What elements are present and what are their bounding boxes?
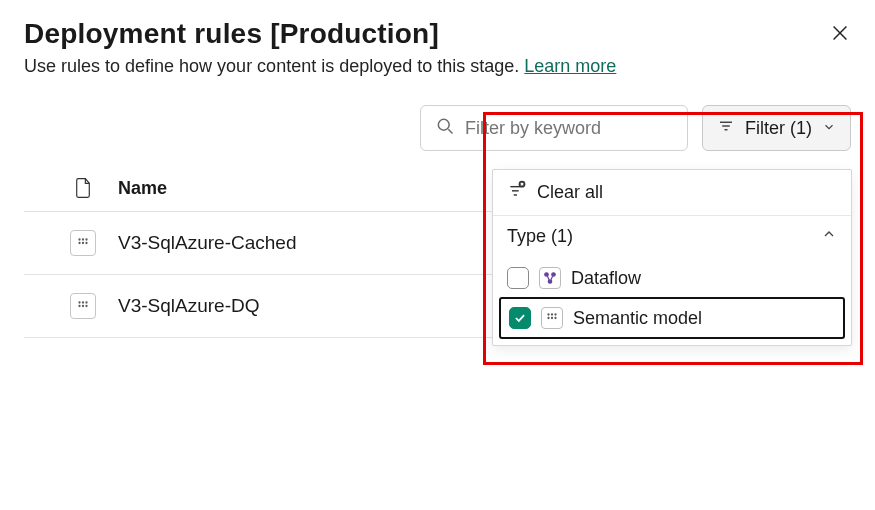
svg-point-31: [551, 313, 553, 315]
semantic-model-icon: [70, 230, 96, 256]
svg-point-11: [82, 242, 84, 244]
semantic-model-icon: [541, 307, 563, 329]
dataflow-icon: [539, 267, 561, 289]
semantic-model-icon: [70, 293, 96, 319]
svg-point-35: [554, 317, 556, 319]
svg-point-16: [78, 305, 80, 307]
search-input[interactable]: [463, 117, 673, 140]
svg-point-9: [85, 238, 87, 240]
svg-point-8: [82, 238, 84, 240]
svg-point-10: [78, 242, 80, 244]
svg-point-32: [554, 313, 556, 315]
svg-line-3: [448, 129, 452, 133]
learn-more-link[interactable]: Learn more: [524, 56, 616, 76]
filter-button-label: Filter (1): [745, 118, 812, 139]
checkbox-checked[interactable]: [509, 307, 531, 329]
filter-option-semantic-model[interactable]: Semantic model: [499, 297, 845, 339]
chevron-up-icon: [821, 226, 837, 247]
filter-option-dataflow[interactable]: Dataflow: [499, 259, 845, 297]
svg-line-28: [547, 276, 549, 280]
filter-button[interactable]: Filter (1): [702, 105, 851, 151]
svg-point-2: [438, 119, 449, 130]
svg-point-18: [85, 305, 87, 307]
filter-icon: [717, 117, 735, 140]
clear-filter-icon: [507, 180, 527, 205]
svg-point-14: [82, 301, 84, 303]
chevron-down-icon: [822, 118, 836, 139]
toolbar: Filter (1): [24, 105, 851, 151]
svg-point-27: [548, 280, 552, 284]
type-options: Dataflow Semantic model: [493, 257, 851, 345]
svg-point-13: [78, 301, 80, 303]
close-icon[interactable]: [829, 22, 851, 48]
svg-point-7: [78, 238, 80, 240]
svg-point-33: [547, 317, 549, 319]
svg-point-26: [552, 273, 556, 277]
clear-all-button[interactable]: Clear all: [493, 170, 851, 216]
svg-point-15: [85, 301, 87, 303]
page-title: Deployment rules [Production]: [24, 18, 439, 50]
checkbox-unchecked[interactable]: [507, 267, 529, 289]
option-label: Dataflow: [571, 268, 641, 289]
header-type-icon: [48, 177, 118, 199]
filter-dropdown: Clear all Type (1) Dataflow: [492, 169, 852, 346]
type-section-header[interactable]: Type (1): [493, 216, 851, 257]
svg-point-25: [545, 273, 549, 277]
page-subtitle: Use rules to define how your content is …: [24, 56, 851, 77]
svg-point-30: [547, 313, 549, 315]
svg-point-12: [85, 242, 87, 244]
type-header-label: Type (1): [507, 226, 573, 247]
svg-point-17: [82, 305, 84, 307]
svg-point-34: [551, 317, 553, 319]
svg-line-29: [551, 276, 553, 280]
clear-all-label: Clear all: [537, 182, 603, 203]
search-icon: [435, 116, 455, 140]
search-input-wrapper[interactable]: [420, 105, 688, 151]
option-label: Semantic model: [573, 308, 702, 329]
